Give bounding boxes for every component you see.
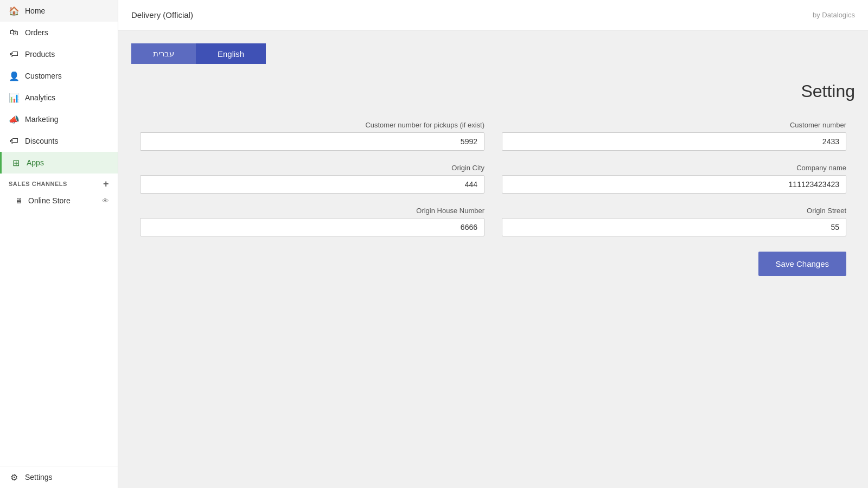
save-changes-button[interactable]: Save Changes <box>758 252 846 276</box>
top-bar: Delivery (Official) by Datalogics <box>118 0 868 30</box>
sidebar-item-products[interactable]: 🏷 Products <box>0 43 118 65</box>
sidebar-item-online-store[interactable]: 🖥 Online Store 👁 <box>0 192 118 209</box>
sidebar-label-home: Home <box>25 7 45 15</box>
input-pickup-number[interactable] <box>140 132 484 151</box>
add-sales-channel-button[interactable]: + <box>103 179 109 189</box>
settings-form: Customer number for pickups (if exist) C… <box>131 114 855 243</box>
products-icon: 🏷 <box>9 49 20 60</box>
settings-icon: ⚙ <box>9 472 20 483</box>
input-origin-street[interactable] <box>502 218 846 236</box>
sidebar-item-customers[interactable]: 👤 Customers <box>0 65 118 87</box>
form-cell-origin-street: Origin Street <box>493 200 855 243</box>
marketing-icon: 📣 <box>9 114 20 125</box>
form-cell-customer-number: Customer number <box>493 114 855 157</box>
sidebar-label-settings: Settings <box>25 473 53 481</box>
sidebar-item-marketing[interactable]: 📣 Marketing <box>0 108 118 130</box>
sidebar-item-home[interactable]: 🏠 Home <box>0 0 118 22</box>
input-company-name[interactable] <box>502 175 846 194</box>
eye-icon: 👁 <box>102 197 109 205</box>
analytics-icon: 📊 <box>9 92 20 103</box>
sidebar-label-apps: Apps <box>27 158 44 167</box>
content-area: עברית English Setting Customer number fo… <box>118 30 868 488</box>
input-customer-number[interactable] <box>502 132 846 151</box>
discounts-icon: 🏷 <box>9 136 20 146</box>
sidebar-item-apps[interactable]: ⊞ Apps <box>0 152 118 174</box>
sales-channels-label: SALES CHANNELS <box>9 181 67 187</box>
sidebar-label-products: Products <box>25 50 55 59</box>
sidebar-item-settings[interactable]: ⚙ Settings <box>0 466 118 488</box>
sidebar-label-analytics: Analytics <box>25 93 55 102</box>
label-pickup-number: Customer number for pickups (if exist) <box>140 121 484 129</box>
online-store-icon: 🖥 <box>15 196 23 205</box>
sidebar-label-customers: Customers <box>25 72 62 80</box>
label-origin-street: Origin Street <box>502 207 846 215</box>
sidebar-label-discounts: Discounts <box>25 137 58 145</box>
sidebar-item-analytics[interactable]: 📊 Analytics <box>0 87 118 108</box>
orders-icon: 🛍 <box>9 27 20 38</box>
sidebar-label-orders: Orders <box>25 28 48 37</box>
sidebar: 🏠 Home 🛍 Orders 🏷 Products 👤 Customers 📊… <box>0 0 118 488</box>
apps-icon: ⊞ <box>10 157 21 168</box>
customers-icon: 👤 <box>9 70 20 81</box>
sidebar-label-online-store: Online Store <box>28 196 71 205</box>
label-customer-number: Customer number <box>502 121 846 129</box>
label-origin-house: Origin House Number <box>140 207 484 215</box>
setting-heading: Setting <box>131 81 855 101</box>
language-buttons: עברית English <box>131 43 855 64</box>
save-button-row: Save Changes <box>131 252 855 276</box>
label-origin-city: Origin City <box>140 164 484 172</box>
page-title: Delivery (Official) <box>131 10 193 20</box>
sidebar-item-discounts[interactable]: 🏷 Discounts <box>0 130 118 152</box>
sales-channels-header: SALES CHANNELS + <box>0 174 118 192</box>
main-content: Delivery (Official) by Datalogics עברית … <box>118 0 868 488</box>
page-subtitle: by Datalogics <box>813 11 855 19</box>
input-origin-house[interactable] <box>140 218 484 236</box>
form-cell-pickup-number: Customer number for pickups (if exist) <box>131 114 493 157</box>
english-button[interactable]: English <box>196 43 266 64</box>
label-company-name: Company name <box>502 164 846 172</box>
form-cell-origin-house: Origin House Number <box>131 200 493 243</box>
sidebar-item-orders[interactable]: 🛍 Orders <box>0 22 118 43</box>
home-icon: 🏠 <box>9 5 20 16</box>
form-cell-company-name: Company name <box>493 157 855 200</box>
hebrew-button[interactable]: עברית <box>131 43 196 64</box>
sidebar-label-marketing: Marketing <box>25 115 58 124</box>
input-origin-city[interactable] <box>140 175 484 194</box>
form-cell-origin-city: Origin City <box>131 157 493 200</box>
